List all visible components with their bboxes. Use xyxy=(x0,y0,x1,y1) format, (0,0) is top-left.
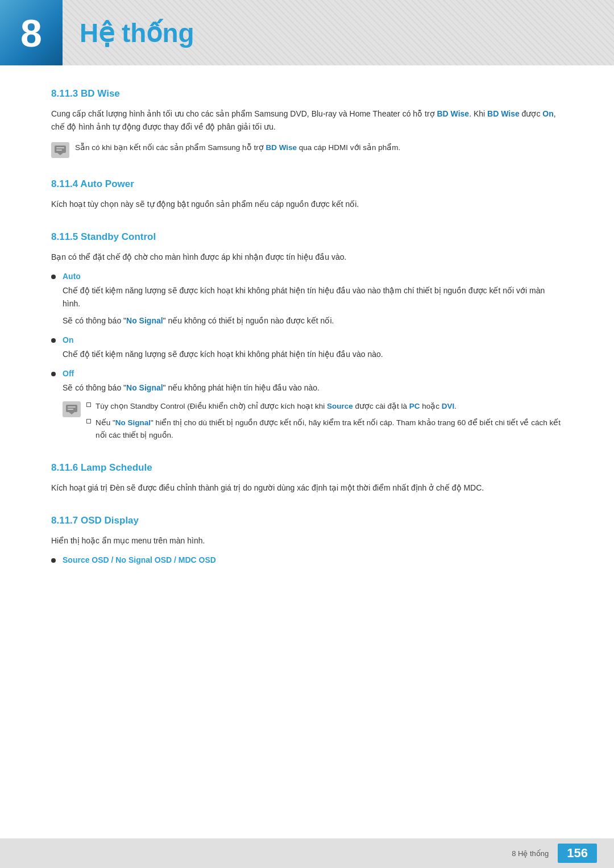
sub-note-text-2: Nếu "No Signal" hiển thị cho dù thiết bị… xyxy=(96,417,563,441)
svg-rect-2 xyxy=(56,147,64,148)
bullet-dot-off xyxy=(51,372,56,376)
bullet-dot-auto xyxy=(51,275,56,279)
svg-rect-7 xyxy=(68,409,73,410)
bullet-label-on: On xyxy=(63,335,73,344)
chapter-number-block: 8 xyxy=(0,0,63,65)
section-heading-8-11-7: 8.11.7 OSD Display xyxy=(51,515,563,526)
no-signal-off: No Signal xyxy=(126,383,163,392)
no-signal-auto: No Signal xyxy=(126,316,163,325)
section-8-11-3-para: Cung cấp chất lượng hình ảnh tối ưu cho … xyxy=(51,107,563,134)
sub-note-square-1 xyxy=(86,402,91,407)
note-icon-8-11-3 xyxy=(51,142,69,158)
page-footer: 8 Hệ thống 156 xyxy=(0,838,614,868)
section-8-11-4: 8.11.4 Auto Power Kích hoạt tùy chọn này… xyxy=(51,178,563,211)
on-line-1: Chế độ tiết kiệm năng lượng sẽ được kích… xyxy=(63,348,563,361)
bold-bd-wise-note: BD Wise xyxy=(265,143,297,152)
bullet-dot-on xyxy=(51,338,56,343)
off-line-1: Sẽ có thông báo "No Signal" nếu không ph… xyxy=(63,381,563,394)
bullet-osd: Source OSD / No Signal OSD / MDC OSD xyxy=(51,555,563,564)
chapter-title: Hệ thống xyxy=(80,18,194,48)
section-heading-8-11-6: 8.11.6 Lamp Schedule xyxy=(51,462,563,474)
note-text-8-11-3: Sẵn có khi bạn kết nối các sản phẩm Sams… xyxy=(75,142,400,154)
sub-notes-list: Tùy chọn Standby Control (Điều khiển chờ… xyxy=(86,400,563,442)
footer-section-label: 8 Hệ thống xyxy=(512,849,549,858)
section-8-11-4-para: Kích hoạt tùy chọn này sẽ tự động bật ng… xyxy=(51,198,563,211)
section-8-11-5-para: Bạn có thể đặt chế độ chờ cho màn hình đ… xyxy=(51,251,563,264)
auto-line-1: Chế độ tiết kiệm năng lượng sẽ được kích… xyxy=(63,284,563,310)
bullet-label-auto: Auto xyxy=(63,272,81,281)
svg-rect-0 xyxy=(55,146,66,153)
bullet-auto: Auto xyxy=(51,272,563,281)
bold-dvi: DVI xyxy=(442,402,455,410)
content-area: 8.11.3 BD Wise Cung cấp chất lượng hình … xyxy=(0,88,614,564)
sub-note-square-2 xyxy=(86,419,91,423)
bold-source: Source xyxy=(327,402,353,410)
chapter-number: 8 xyxy=(20,14,42,52)
bold-on: On xyxy=(542,109,553,118)
bullet-content-auto: Chế độ tiết kiệm năng lượng sẽ được kích… xyxy=(51,284,563,327)
bold-bd-wise-1: BD Wise xyxy=(437,109,469,118)
page: 8 Hệ thống 8.11.3 BD Wise Cung cấp chất … xyxy=(0,0,614,868)
svg-marker-1 xyxy=(57,153,63,155)
note-box-8-11-3: Sẵn có khi bạn kết nối các sản phẩm Sams… xyxy=(51,142,563,158)
svg-rect-6 xyxy=(68,406,76,408)
svg-rect-4 xyxy=(66,405,77,412)
sub-note-icon xyxy=(63,401,81,417)
bullet-content-on: Chế độ tiết kiệm năng lượng sẽ được kích… xyxy=(51,348,563,361)
sub-note-item-1: Tùy chọn Standby Control (Điều khiển chờ… xyxy=(86,400,563,413)
sub-note-text-1: Tùy chọn Standby Control (Điều khiển chờ… xyxy=(96,400,457,413)
sub-note-container: Tùy chọn Standby Control (Điều khiển chờ… xyxy=(51,400,563,442)
bullet-label-off: Off xyxy=(63,369,74,378)
section-8-11-6: 8.11.6 Lamp Schedule Kích hoạt giá trị Đ… xyxy=(51,462,563,495)
section-8-11-7-para: Hiển thị hoặc ẩn mục menu trên màn hình. xyxy=(51,534,563,547)
bullet-label-osd: Source OSD / No Signal OSD / MDC OSD xyxy=(63,555,216,564)
section-8-11-5: 8.11.5 Standby Control Bạn có thể đặt ch… xyxy=(51,231,563,441)
auto-line-2: Sẽ có thông báo "No Signal" nếu không có… xyxy=(63,314,563,327)
section-8-11-3: 8.11.3 BD Wise Cung cấp chất lượng hình … xyxy=(51,88,563,158)
bold-bd-wise-2: BD Wise xyxy=(487,109,520,118)
bullet-dot-osd xyxy=(51,558,56,563)
section-heading-8-11-5: 8.11.5 Standby Control xyxy=(51,231,563,243)
page-header: 8 Hệ thống xyxy=(0,0,614,65)
section-heading-8-11-3: 8.11.3 BD Wise xyxy=(51,88,563,99)
sub-note-item-2: Nếu "No Signal" hiển thị cho dù thiết bị… xyxy=(86,417,563,441)
svg-rect-3 xyxy=(56,149,62,151)
svg-marker-5 xyxy=(69,412,74,414)
footer-page-number: 156 xyxy=(558,844,597,863)
section-heading-8-11-4: 8.11.4 Auto Power xyxy=(51,178,563,190)
bullet-content-off: Sẽ có thông báo "No Signal" nếu không ph… xyxy=(51,381,563,394)
bold-pc-dvi: PC xyxy=(409,402,420,410)
bullet-on: On xyxy=(51,335,563,344)
no-signal-sub: No Signal xyxy=(115,418,151,427)
bullet-off: Off xyxy=(51,369,563,378)
section-8-11-6-para: Kích hoạt giá trị Đèn sẽ được điều chỉnh… xyxy=(51,481,563,495)
section-8-11-7: 8.11.7 OSD Display Hiển thị hoặc ẩn mục … xyxy=(51,515,563,564)
